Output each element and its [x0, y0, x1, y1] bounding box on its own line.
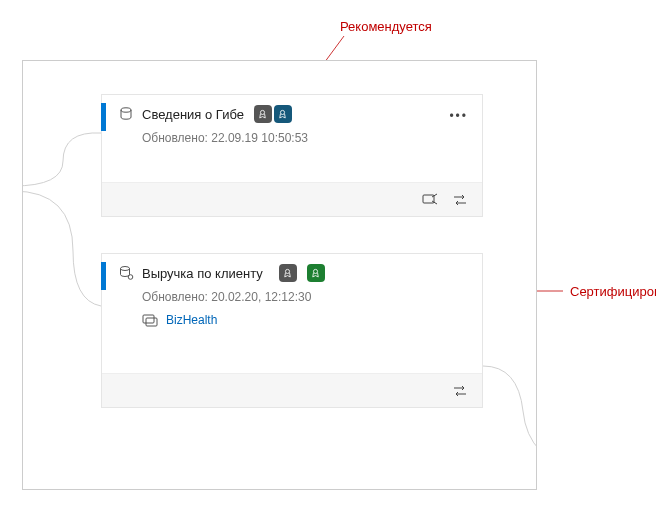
- card-footer: [102, 182, 482, 216]
- certified-badge-dark-icon: [279, 264, 297, 282]
- card-title: Выручка по клиенту: [142, 266, 263, 281]
- svg-point-6: [121, 267, 130, 271]
- more-options-button[interactable]: •••: [449, 109, 468, 123]
- svg-rect-11: [146, 318, 157, 326]
- svg-rect-5: [423, 195, 434, 203]
- svg-point-8: [286, 269, 290, 273]
- linked-dataset-icon: [118, 265, 134, 281]
- svg-point-2: [121, 108, 131, 112]
- workspace-name: BizHealth: [166, 313, 217, 327]
- dataset-card-1[interactable]: Сведения о Гибе ••• Обновлено: 22.09.19 …: [101, 94, 483, 217]
- card-footer: [102, 373, 482, 407]
- workspace-icon: [142, 312, 158, 328]
- svg-point-9: [314, 269, 318, 273]
- share-icon[interactable]: [422, 192, 438, 208]
- svg-rect-10: [143, 315, 154, 323]
- card-updated: Обновлено: 20.02.20, 12:12:30: [102, 286, 482, 306]
- certified-badge-icon: [307, 264, 325, 282]
- card-title: Сведения о Гибе: [142, 107, 244, 122]
- svg-point-7: [128, 275, 133, 280]
- svg-point-3: [261, 110, 265, 114]
- card-updated: Обновлено: 22.09.19 10:50:53: [102, 127, 482, 147]
- dataset-card-2[interactable]: Выручка по клиенту Обновлено: 20.02.20, …: [101, 253, 483, 408]
- recommended-badge-icon: [254, 105, 272, 123]
- swap-icon[interactable]: [452, 383, 468, 399]
- lineage-panel: Сведения о Гибе ••• Обновлено: 22.09.19 …: [22, 60, 537, 490]
- dataset-icon: [118, 106, 134, 122]
- recommended-badge-overlay-icon: [274, 105, 292, 123]
- svg-point-4: [281, 110, 285, 114]
- workspace-link[interactable]: BizHealth: [102, 306, 482, 330]
- swap-icon[interactable]: [452, 192, 468, 208]
